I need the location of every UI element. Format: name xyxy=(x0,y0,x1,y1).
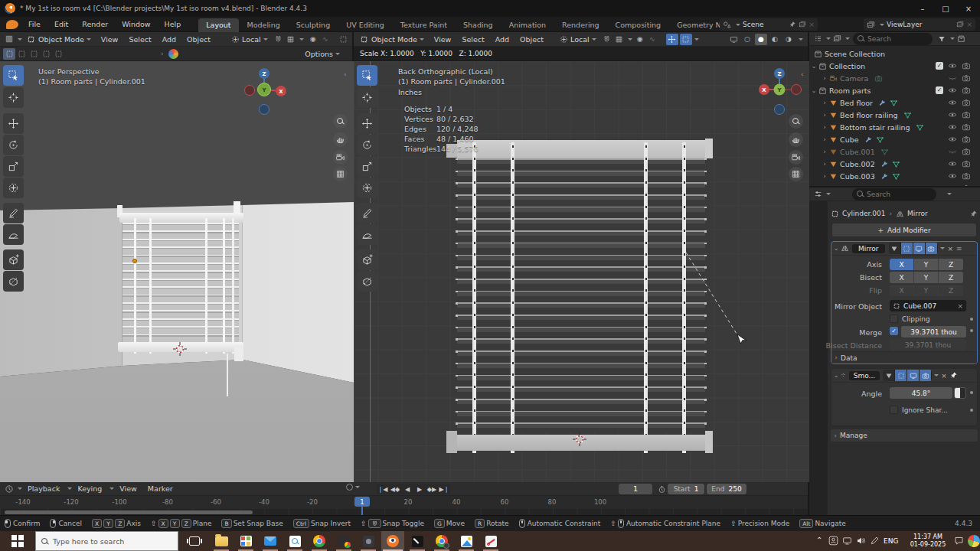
orthographic-toggle-icon[interactable] xyxy=(789,167,803,181)
snap-magnet-icon[interactable] xyxy=(601,34,613,45)
select-mode-subtract-icon[interactable] xyxy=(28,48,40,60)
outliner-row-scene-collection[interactable]: Scene Collection xyxy=(809,47,980,60)
properties-editor-icon[interactable] xyxy=(812,188,824,200)
outliner-row-room-parts[interactable]: ⌄ Room parts ✓ xyxy=(809,84,980,96)
transform-orientation-dropdown[interactable]: Local xyxy=(555,33,601,46)
flip-xyz-toggle[interactable]: XYZ xyxy=(890,285,963,296)
shading-wireframe-icon[interactable]: ○ xyxy=(741,34,753,45)
gizmo-toggle-icon[interactable] xyxy=(666,34,678,45)
next-keyframe-button[interactable]: ◆▶ xyxy=(426,484,438,494)
viewport-left-canvas[interactable]: User Perspective (1) Room parts | Cylind… xyxy=(0,61,354,482)
expand-icon[interactable]: › xyxy=(820,112,829,119)
axis-xyz-toggle[interactable]: XYZ xyxy=(890,259,963,270)
modifier-extras-caret[interactable] xyxy=(940,247,945,252)
tray-pen-icon[interactable] xyxy=(870,536,880,546)
editor-type-icon[interactable] xyxy=(3,34,15,45)
blinds-slats[interactable] xyxy=(122,223,239,343)
workspace-tab-modeling[interactable]: Modeling xyxy=(240,18,288,32)
task-view-button[interactable] xyxy=(183,531,206,551)
smooth-panel-header[interactable]: ⌄ ⁘ Smo... × xyxy=(831,369,977,383)
jump-to-end-button[interactable]: ▶❘ xyxy=(438,484,450,494)
view-layer-selector[interactable]: ViewLayer × xyxy=(864,18,975,31)
workspace-tab-compositing[interactable]: Compositing xyxy=(608,18,669,32)
workspace-tab-animation[interactable]: Animation xyxy=(501,18,554,32)
stopwatch-icon[interactable] xyxy=(655,484,668,495)
tool-rotate[interactable] xyxy=(357,135,377,155)
hide-eye-icon[interactable] xyxy=(948,122,957,132)
show-realtime-toggle[interactable] xyxy=(907,370,920,381)
merge-checkbox[interactable]: ✓ xyxy=(890,327,898,335)
viewport-right-canvas[interactable]: Back Orthographic (Local) (1) Room parts… xyxy=(354,61,809,482)
navigation-gizmo[interactable]: Z X Y xyxy=(243,67,289,116)
render-camera-icon[interactable] xyxy=(962,171,971,181)
show-render-toggle[interactable] xyxy=(926,243,938,254)
microsoft-store-icon[interactable] xyxy=(234,531,257,551)
collapse-icon[interactable]: ⌄ xyxy=(831,372,841,379)
new-collection-icon[interactable] xyxy=(955,33,967,44)
menu-window[interactable]: Window xyxy=(115,20,157,28)
tool-annotate[interactable] xyxy=(357,203,377,223)
timeline-track[interactable] xyxy=(0,509,808,515)
tool-move[interactable] xyxy=(357,113,377,134)
outliner-row-bed-floor-railing[interactable]: › Bed floor railing xyxy=(809,109,980,121)
transform-orientation-dropdown[interactable]: Local xyxy=(227,33,273,46)
keyframe-split-button[interactable] xyxy=(954,387,966,399)
zoom-icon[interactable] xyxy=(789,114,803,129)
select-mode-intersect-icon[interactable] xyxy=(52,48,64,60)
tray-people-icon[interactable] xyxy=(828,536,838,546)
pin-icon[interactable] xyxy=(789,21,796,28)
expand-icon[interactable]: › xyxy=(820,75,829,82)
media-player-icon[interactable] xyxy=(332,531,355,551)
timeline-ruler[interactable]: -140 -120 -100 -80 -60 -40 -20 20 40 60 … xyxy=(0,496,808,509)
tool-measure[interactable] xyxy=(3,224,24,245)
frame-end-field[interactable]: End250 xyxy=(707,484,746,494)
snip-app-icon[interactable] xyxy=(479,531,502,551)
animate-dot[interactable] xyxy=(970,329,973,332)
drag-handle-icon[interactable]: ≡ xyxy=(956,245,963,253)
tool-add-cube[interactable] xyxy=(3,249,24,270)
tool-scale[interactable] xyxy=(3,156,24,177)
menu-view[interactable]: View xyxy=(96,35,124,44)
overlays-toggle-icon[interactable] xyxy=(680,34,692,45)
blender-taskbar-icon-active[interactable] xyxy=(381,531,404,551)
select-mode-new-icon[interactable] xyxy=(3,48,15,60)
tool-knife[interactable] xyxy=(3,271,24,292)
snap-magnet-icon[interactable] xyxy=(273,34,285,45)
select-mode-extend-icon[interactable] xyxy=(15,48,28,60)
animate-dot[interactable] xyxy=(970,318,973,321)
play-reverse-button[interactable]: ◀ xyxy=(401,484,413,494)
show-in-edit-mode-toggle[interactable] xyxy=(901,243,913,254)
hide-eye-icon[interactable] xyxy=(948,159,957,168)
render-camera-icon[interactable] xyxy=(962,147,971,156)
tool-select-box[interactable] xyxy=(3,65,24,86)
chrome-icon[interactable] xyxy=(308,531,331,551)
outliner-row-bottom-stair-railing[interactable]: › Bottom stair railing xyxy=(809,121,980,133)
menu-marker[interactable]: Marker xyxy=(142,484,178,493)
render-camera-icon[interactable] xyxy=(962,61,971,70)
chrome-profile-icon[interactable] xyxy=(430,531,453,551)
falloff-curve-icon[interactable]: ∿ xyxy=(646,34,658,45)
menu-select[interactable]: Select xyxy=(456,35,489,44)
photos-app-icon[interactable] xyxy=(357,531,380,551)
menu-help[interactable]: Help xyxy=(158,20,188,28)
tray-language[interactable]: ENG xyxy=(884,537,898,545)
tool-knife[interactable] xyxy=(357,271,377,292)
collection-checkbox[interactable]: ✓ xyxy=(936,62,943,70)
tool-transform[interactable] xyxy=(3,178,24,198)
tray-network-icon[interactable] xyxy=(842,536,852,546)
close-button[interactable]: × xyxy=(957,0,980,17)
menu-playback[interactable]: Playback xyxy=(22,484,65,493)
outliner-row-bed-floor[interactable]: › Bed floor xyxy=(809,96,980,109)
animate-dot[interactable] xyxy=(970,409,973,412)
minimize-button[interactable]: – xyxy=(911,0,934,17)
expand-icon[interactable]: › xyxy=(820,99,829,106)
expand-icon[interactable]: › xyxy=(820,136,829,143)
show-on-cage-toggle[interactable] xyxy=(889,243,901,254)
expand-icon[interactable]: ⌄ xyxy=(809,63,818,70)
menu-select[interactable]: Select xyxy=(123,35,156,44)
workspace-tab-rendering[interactable]: Rendering xyxy=(554,18,607,32)
outliner-row-collection[interactable]: ⌄ Collection ✓ xyxy=(809,60,980,72)
tray-clock[interactable]: 11:37 AM 01-09-2025 xyxy=(905,533,951,549)
select-mode-invert-icon[interactable] xyxy=(40,48,52,60)
frame-start-field[interactable]: Start1 xyxy=(668,484,704,494)
